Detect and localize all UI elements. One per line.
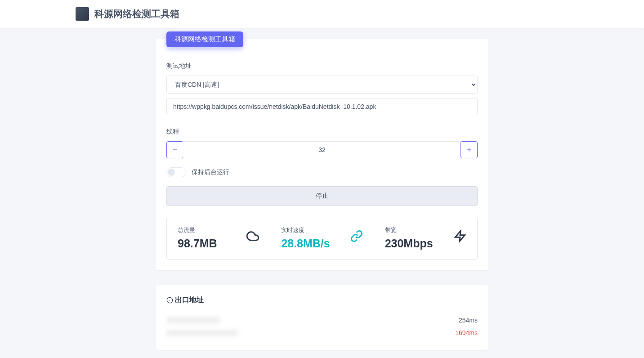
exit-latency: 1694ms: [455, 329, 478, 336]
exit-address: ████████████████: [166, 329, 238, 336]
stats-row: 总流量 98.7MB 实时速度 28.8MB/s 带宽 230Mbps: [166, 217, 478, 260]
background-label: 保持后台运行: [192, 168, 229, 176]
decrease-button[interactable]: [166, 141, 183, 158]
link-icon: [350, 230, 363, 242]
stop-button[interactable]: 停止: [166, 186, 478, 206]
zap-icon: [454, 230, 466, 242]
increase-button[interactable]: [461, 141, 478, 158]
stat-speed-label: 实时速度: [281, 226, 330, 234]
stat-bandwidth-value: 230Mbps: [385, 237, 433, 250]
threads-input[interactable]: [183, 141, 461, 158]
test-url-label: 测试地址: [166, 62, 478, 70]
threads-label: 线程: [166, 128, 478, 136]
minus-icon: [172, 147, 178, 153]
stat-bandwidth-label: 带宽: [385, 226, 433, 234]
background-toggle[interactable]: [166, 167, 186, 177]
header-bar: 科源网络检测工具箱: [0, 0, 644, 28]
exit-title: 出口地址: [166, 295, 478, 305]
stat-bandwidth: 带宽 230Mbps: [374, 217, 477, 259]
exit-card: 出口地址 ████████████254ms████████████████16…: [156, 285, 488, 350]
exit-title-text: 出口地址: [175, 295, 204, 305]
stat-traffic-value: 98.7MB: [178, 237, 217, 250]
exit-latency: 254ms: [459, 317, 478, 324]
stat-traffic: 总流量 98.7MB: [167, 217, 270, 259]
cdn-select[interactable]: 百度CDN [高速]: [166, 76, 478, 94]
main-card: 科源网络检测工具箱 测试地址 百度CDN [高速] 线程: [156, 39, 488, 270]
exit-address: ████████████: [166, 317, 220, 324]
toggle-knob: [168, 169, 175, 176]
url-input[interactable]: [166, 98, 478, 115]
app-title: 科源网络检测工具箱: [94, 8, 179, 20]
stat-speed: 实时速度 28.8MB/s: [270, 217, 374, 259]
cloud-icon: [246, 230, 259, 242]
exit-row: ████████████████1694ms: [166, 327, 478, 339]
plus-icon: [466, 147, 472, 153]
stat-traffic-label: 总流量: [178, 226, 217, 234]
svg-marker-3: [455, 231, 465, 241]
stat-speed-value: 28.8MB/s: [281, 237, 330, 250]
threads-stepper: [166, 141, 478, 158]
header-avatar: [76, 7, 89, 21]
card-tab[interactable]: 科源网络检测工具箱: [166, 31, 243, 47]
info-icon: [166, 297, 173, 304]
exit-row: ████████████254ms: [166, 314, 478, 327]
